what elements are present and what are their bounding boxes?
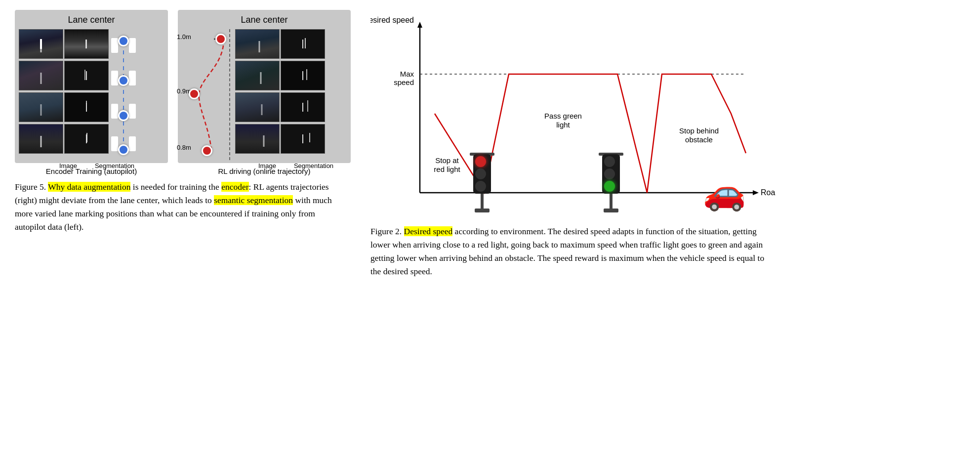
rl-dot-3 <box>202 145 212 156</box>
figure5-prefix: Figure 5. <box>15 182 48 192</box>
rl-seg-2 <box>281 61 325 90</box>
figure2-caption: Figure 2. Desired speed according to env… <box>370 225 776 279</box>
speed-chart: Desired speed Road Max speed Stop at red… <box>370 15 776 227</box>
figure5-highlight3: semantic segmentation <box>214 195 293 205</box>
diagram-rl: Lane center <box>178 10 351 175</box>
rl-img-1 <box>235 29 280 59</box>
left-panel: Lane center <box>15 10 351 234</box>
encoder-seg-3 <box>64 92 109 122</box>
rl-seg-3 <box>281 92 325 122</box>
rl-img-2 <box>235 61 280 90</box>
figure2-highlight: Desired speed <box>404 226 453 236</box>
encoder-img-3 <box>19 92 63 122</box>
encoder-track <box>111 29 136 160</box>
green-traffic-light <box>599 153 623 212</box>
encoder-seg-1 <box>64 29 109 59</box>
rl-seg-4 <box>281 124 325 154</box>
figure5-caption: Figure 5. Why data augmentation is neede… <box>15 180 341 234</box>
svg-marker-8 <box>417 22 422 28</box>
svg-text:light: light <box>556 121 570 129</box>
lane-center-label-1: Lane center <box>68 15 115 25</box>
rl-annotation-1: 1.0m <box>177 33 191 41</box>
rl-annotation-3: 0.8m <box>177 144 191 151</box>
rl-seg-1 <box>281 29 325 59</box>
svg-text:Max: Max <box>400 70 414 78</box>
rl-img-3 <box>235 92 280 122</box>
encoder-img-1 <box>19 29 63 59</box>
encoder-dot-1 <box>118 36 129 46</box>
right-panel: Desired speed Road Max speed Stop at red… <box>370 10 965 279</box>
encoder-seg-4 <box>64 124 109 154</box>
svg-text:obstacle: obstacle <box>685 135 713 144</box>
svg-text:speed: speed <box>394 78 414 86</box>
encoder-img-2 <box>19 61 63 90</box>
rl-dot-1 <box>215 34 226 44</box>
car-icon: 🚗 <box>703 172 746 212</box>
encoder-images <box>19 29 109 160</box>
figure5-text1: is needed for training the <box>130 182 221 192</box>
svg-text:Desired speed: Desired speed <box>370 16 414 24</box>
figure2-prefix: Figure 2. <box>370 226 404 236</box>
rl-images <box>235 29 325 160</box>
rl-img-label: Image <box>245 162 289 169</box>
encoder-dot-4 <box>118 144 129 155</box>
encoder-img-4 <box>19 124 63 154</box>
svg-text:Pass green: Pass green <box>544 112 582 120</box>
encoder-track-line <box>123 42 124 147</box>
encoder-img-label: Image <box>46 162 90 169</box>
encoder-dot-3 <box>118 110 129 121</box>
encoder-seg-label: Segmentation <box>92 162 137 169</box>
red-traffic-light <box>470 153 494 212</box>
figure5-highlight1: Why data augmentation <box>48 182 130 192</box>
diagrams-row: Lane center <box>15 10 351 175</box>
rl-dot-2 <box>189 88 200 99</box>
rl-seg-label: Segmentation <box>291 162 336 169</box>
rl-img-4 <box>235 124 280 154</box>
figure5-highlight2: en­coder <box>221 182 248 192</box>
diagram-encoder: Lane center <box>15 10 168 175</box>
lane-center-label-2: Lane center <box>241 15 287 25</box>
encoder-seg-2 <box>64 61 109 90</box>
encoder-dot-2 <box>118 75 129 86</box>
svg-text:Stop behind: Stop behind <box>679 126 719 135</box>
